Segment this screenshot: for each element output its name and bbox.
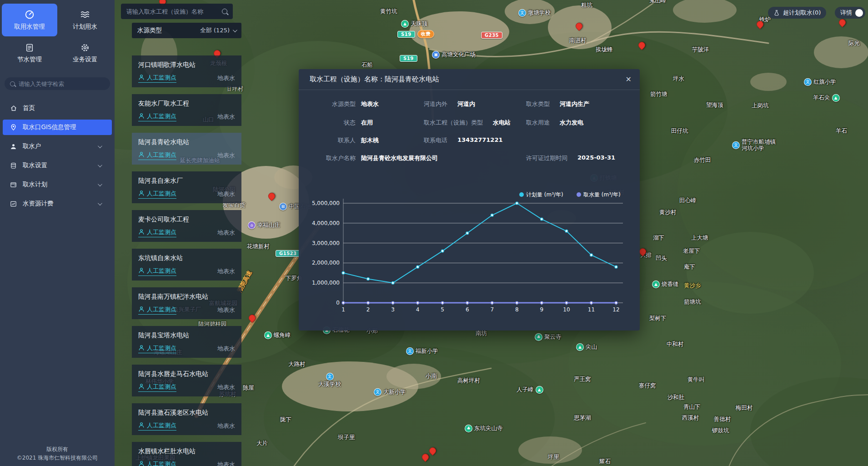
module-business-settings[interactable]: 业务设置: [57, 39, 113, 67]
module-switcher: 取用水管理 计划用水 节水管理 业务设置: [0, 0, 115, 73]
field-value: 河道内: [457, 100, 475, 108]
map-label-text: 花塘新村: [247, 243, 270, 250]
manual-monitor-link[interactable]: 人工监测点: [138, 306, 176, 315]
person-icon: [138, 229, 145, 236]
sidebar-item-water-users[interactable]: 取水户: [3, 139, 112, 154]
sidebar-item-label: 水资源计费: [23, 200, 54, 208]
chart-y-tick: 2,000,000: [312, 260, 340, 266]
map-label: 人子嶂▲: [517, 386, 543, 394]
station-list-item[interactable]: 陆河县自来水厂人工监测点地表水: [132, 171, 241, 203]
map-label: 文墩塘学校: [518, 9, 551, 17]
manual-monitor-link[interactable]: 人工监测点: [138, 344, 176, 353]
legend-label: 取水量 (m³/年): [583, 191, 621, 198]
module-label: 取用水管理: [14, 23, 45, 31]
station-list-item[interactable]: 陆河县水唇走马石水电站人工监测点地表水: [132, 365, 241, 396]
toggle-knob[interactable]: [855, 9, 863, 17]
sidebar-item-intake-plan[interactable]: 取水计划: [3, 177, 112, 192]
legend-label: 计划量 (m³/年): [526, 191, 563, 198]
chart-x-tick: 11: [588, 306, 595, 313]
map-label: 花塘新村: [247, 243, 270, 250]
map-label: 大片: [256, 440, 268, 446]
map-label: 鬼山嶂: [649, 0, 667, 4]
manual-monitor-link[interactable]: 人工监测点: [138, 151, 176, 160]
field-label: 河道内外: [424, 100, 447, 108]
station-list-item[interactable]: 麦卡公司取水工程人工监测点地表水: [132, 210, 241, 242]
monitor-label: 人工监测点: [147, 460, 176, 466]
map-label: 坪水: [673, 75, 684, 82]
map-label-text: 大溪学校: [318, 381, 341, 387]
map-label-text: 芋陂洋: [692, 46, 709, 53]
field-group: 河道内外河道内: [424, 100, 475, 108]
map-label: 老屋下: [683, 248, 700, 254]
module-water-saving[interactable]: 节水管理: [2, 39, 57, 67]
mountain-icon: ▲: [652, 281, 660, 288]
sidebar-item-label: 取水计划: [23, 180, 47, 189]
station-list-item[interactable]: 陆河县南万镇杞洋水电站人工监测点地表水: [132, 287, 241, 319]
map-label-text: 黄竹坑: [380, 8, 397, 15]
chevron-down-icon: [233, 28, 237, 32]
module-planned-water[interactable]: 计划用水: [57, 4, 113, 36]
detail-toggle[interactable]: 详情: [835, 7, 865, 19]
sidebar-item-label: 首页: [23, 104, 35, 112]
map-label-text: 善德村: [714, 416, 731, 422]
station-list-item[interactable]: 陆河县激石溪老区水电站人工监测点地表水: [132, 403, 241, 435]
source-filter-dropdown[interactable]: 全部 (125): [200, 26, 236, 35]
home-icon: [10, 105, 17, 112]
station-list-item[interactable]: 陆河县宝塔水电站人工监测点地表水: [132, 326, 241, 358]
manual-monitor-link[interactable]: 人工监测点: [138, 267, 176, 276]
mountain-r-icon: ▲: [832, 94, 840, 102]
map-label-text: 箭塘坑: [684, 299, 701, 305]
map-label: ▲螺角嶂: [264, 331, 291, 339]
over-plan-label: 超计划取水(0): [783, 9, 821, 17]
sidebar-item-intake-settings[interactable]: 取水设置: [3, 158, 112, 173]
map-label-text: 鬼山嶂: [649, 0, 667, 4]
sidebar-item-home[interactable]: 首页: [3, 100, 112, 116]
chevron-down-icon[interactable]: [98, 201, 102, 205]
station-list-item[interactable]: 友能水厂取水工程人工监测点地表水: [132, 94, 241, 126]
chart-series: [342, 301, 617, 304]
station-list-item[interactable]: 水唇镇水栏肚水电站人工监测点地表水: [132, 442, 241, 466]
chart-x-tick: 4: [416, 306, 420, 313]
sidebar-search-input[interactable]: [19, 80, 105, 87]
module-water-use-mgmt[interactable]: 取用水管理: [2, 4, 57, 36]
manual-monitor-link[interactable]: 人工监测点: [138, 190, 176, 199]
manual-monitor-link[interactable]: 人工监测点: [138, 460, 176, 466]
manual-monitor-link[interactable]: 人工监测点: [138, 421, 176, 431]
sidebar-search[interactable]: [5, 77, 110, 90]
station-list-item[interactable]: 东坑镇自来水站人工监测点地表水: [132, 249, 241, 281]
map-label-text: 红旗小学: [813, 79, 836, 85]
manual-monitor-link[interactable]: 人工监测点: [138, 112, 176, 121]
manual-monitor-link[interactable]: 人工监测点: [138, 228, 176, 237]
map-label-text: 石船: [361, 62, 373, 68]
chart-grid: 01,000,0002,000,0003,000,0004,000,0005,0…: [312, 199, 623, 313]
map-label: 黄牛叫: [687, 376, 705, 383]
school-icon: 文: [732, 141, 740, 149]
gear-icon: [80, 43, 90, 52]
manual-monitor-link[interactable]: 人工监测点: [138, 74, 176, 83]
db-icon: [10, 162, 17, 169]
chevron-down-icon[interactable]: [98, 163, 102, 167]
field-value: 河道内生产: [560, 100, 589, 108]
pin-icon: [10, 124, 17, 131]
station-search-input[interactable]: [126, 8, 222, 15]
chevron-down-icon[interactable]: [98, 182, 102, 186]
map-label: 庵下: [684, 264, 695, 270]
chevron-down-icon[interactable]: [98, 144, 102, 148]
field-label: 联系电话: [424, 136, 447, 145]
timer-icon: [25, 10, 35, 20]
map-label-text: 上大塘: [691, 235, 708, 241]
station-meta: 人工监测点地表水: [138, 190, 235, 199]
close-icon[interactable]: ✕: [626, 76, 632, 83]
waves-icon: [80, 10, 90, 20]
map-label: ▲尖山: [576, 343, 597, 351]
manual-monitor-link[interactable]: 人工监测点: [138, 383, 176, 392]
station-list-item[interactable]: 陆河县青砼水电站人工监测点地表水: [132, 133, 241, 165]
road-badge: G1523: [276, 250, 301, 257]
station-search[interactable]: [121, 4, 233, 19]
station-list-item[interactable]: 河口镇唱歌潭水电站人工监测点地表水: [132, 55, 241, 87]
sidebar: 取用水管理 计划用水 节水管理 业务设置 首页取水口GIS信息管理取水户取水设置…: [0, 0, 115, 466]
over-plan-button[interactable]: 超计划取水(0): [768, 7, 826, 19]
sidebar-item-water-billing[interactable]: 水资源计费: [3, 196, 112, 211]
sidebar-item-gis[interactable]: 取水口GIS信息管理: [3, 120, 112, 135]
map-label: 芋陂洋: [692, 46, 709, 53]
